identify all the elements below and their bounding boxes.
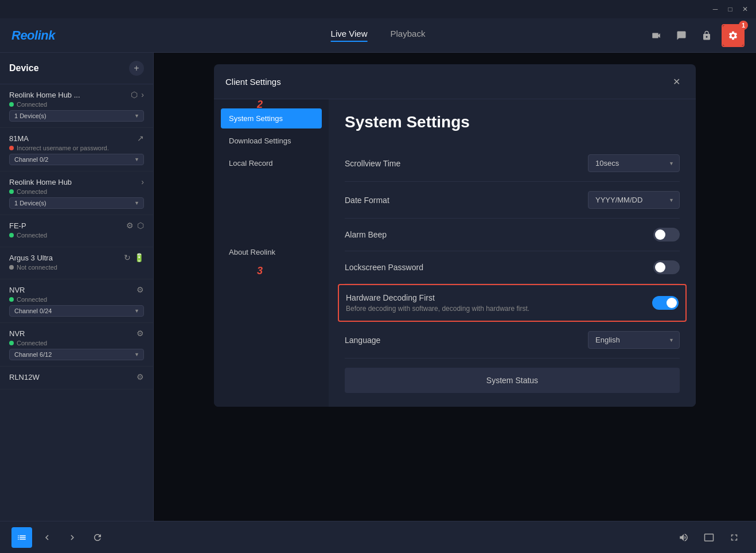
device-item-rln12w[interactable]: RLN12W ⚙ <box>0 367 153 390</box>
modal-nav: System Settings Download Settings Local … <box>214 99 329 407</box>
device-gear-icon[interactable]: ⚙ <box>137 329 144 338</box>
bottom-bar <box>0 521 756 553</box>
setting-label: Hardware Decoding First <box>346 293 529 302</box>
indicator-2: 2 <box>257 99 263 111</box>
status-text: Connected <box>17 296 47 303</box>
channel-select[interactable]: 1 Device(s) <box>9 110 144 122</box>
setting-row-date-format: Date Format YYYY/MM/DD MM/DD/YYYY DD/MM/… <box>345 182 680 219</box>
device-share-icon: ⬡ <box>131 90 138 99</box>
status-dot <box>9 102 14 107</box>
modal-content-inner: System Settings Scrollview Time 10secs 5… <box>329 99 696 407</box>
device-item-argus3ultra[interactable]: Argus 3 Ultra ↻ 🔋 Not connected <box>0 247 153 279</box>
device-name: NVR <box>9 329 25 338</box>
sidebar-title: Device <box>9 63 39 73</box>
device-arrow-icon: › <box>141 90 144 99</box>
device-item-reolink-home-hub-1[interactable]: Reolink Home Hub ... ⬡ › Connected 1 Dev… <box>0 84 153 128</box>
device-name: Reolink Home Hub <box>9 178 72 186</box>
fullscreen-button[interactable] <box>724 527 745 548</box>
display-button[interactable] <box>699 527 719 548</box>
device-arrow-icon: › <box>141 177 144 186</box>
header: Reolink Live View Playback 1 <box>0 18 756 53</box>
setting-label: Date Format <box>345 196 389 205</box>
scrollview-time-select[interactable]: 10secs 5secs 15secs 20secs <box>588 154 680 172</box>
status-text: Connected <box>17 101 47 108</box>
setting-label: Alarm Beep <box>345 230 387 239</box>
logo: Reolink <box>11 28 55 43</box>
language-select[interactable]: English Chinese French German Spanish <box>588 331 680 349</box>
setting-row-alarm-beep: Alarm Beep <box>345 219 680 251</box>
modal-body: System Settings Download Settings Local … <box>214 99 696 407</box>
indicator-3: 3 <box>257 265 263 277</box>
channel-select[interactable]: Channel 0/24 <box>9 305 144 317</box>
device-item-reolink-home-hub-2[interactable]: Reolink Home Hub › Connected 1 Device(s) <box>0 172 153 215</box>
device-item-nvr1[interactable]: NVR ⚙ Connected Channel 0/24 <box>0 279 153 323</box>
channel-select[interactable]: 1 Device(s) <box>9 197 144 209</box>
bottom-right-controls <box>673 527 745 548</box>
status-text: Incorrect username or password. <box>17 145 109 151</box>
content-area: 2 3 Client Settings ✕ System Settings Do… <box>154 53 756 521</box>
device-item-fep[interactable]: FE-P ⚙ ⬡ Connected <box>0 215 153 247</box>
channel-select[interactable]: Channel 6/12 <box>9 349 144 360</box>
prev-button[interactable] <box>37 527 57 548</box>
status-text: Not connected <box>17 264 57 271</box>
device-share-icon: ⬡ <box>137 221 144 230</box>
add-device-button[interactable]: + <box>129 61 144 76</box>
device-external-icon: ↗ <box>137 134 144 143</box>
settings-title: System Settings <box>345 113 680 131</box>
next-button[interactable] <box>62 527 83 548</box>
device-battery-icon: 🔋 <box>134 253 144 262</box>
status-dot <box>9 297 14 302</box>
alarm-beep-toggle[interactable] <box>653 228 680 242</box>
device-gear-icon[interactable]: ⚙ <box>137 372 144 381</box>
setting-sublabel: Before decoding with software, decoding … <box>346 305 529 313</box>
device-name: Argus 3 Ultra <box>9 254 53 262</box>
system-status-button[interactable]: System Status <box>345 368 680 393</box>
device-name: Reolink Home Hub ... <box>9 91 80 99</box>
bottom-left-controls <box>11 527 108 548</box>
setting-label: Lockscreen Password <box>345 263 423 272</box>
settings-badge: 1 <box>739 21 748 30</box>
device-gear-icon[interactable]: ⚙ <box>126 221 134 230</box>
tab-playback[interactable]: Playback <box>391 29 426 42</box>
status-dot <box>9 265 14 270</box>
setting-row-scrollview-time: Scrollview Time 10secs 5secs 15secs 20se… <box>345 145 680 182</box>
client-settings-modal: Client Settings ✕ System Settings Downlo… <box>214 64 696 407</box>
volume-button[interactable] <box>673 527 694 548</box>
tab-live-view[interactable]: Live View <box>331 29 368 42</box>
lock-button[interactable] <box>696 25 717 46</box>
minimize-button[interactable]: ─ <box>709 3 722 15</box>
sidebar: Device + Reolink Home Hub ... ⬡ › Connec… <box>0 53 154 521</box>
device-gear-icon[interactable]: ⚙ <box>137 285 144 294</box>
channel-select[interactable]: Channel 0/2 <box>9 154 144 165</box>
nav-item-about-reolink[interactable]: About Reolink <box>221 242 322 262</box>
modal-overlay: Client Settings ✕ System Settings Downlo… <box>154 53 756 521</box>
device-name: NVR <box>9 286 25 294</box>
modal-header: Client Settings ✕ <box>214 64 696 99</box>
close-button[interactable]: ✕ <box>739 3 751 15</box>
nav-item-download-settings[interactable]: Download Settings <box>221 131 322 151</box>
hardware-decoding-toggle[interactable] <box>652 296 679 310</box>
nav-item-system-settings[interactable]: System Settings <box>221 108 322 128</box>
list-view-button[interactable] <box>11 527 32 548</box>
main-layout: Device + Reolink Home Hub ... ⬡ › Connec… <box>0 53 756 521</box>
date-format-select[interactable]: YYYY/MM/DD MM/DD/YYYY DD/MM/YYYY <box>588 191 680 209</box>
maximize-button[interactable]: □ <box>724 3 736 15</box>
device-item-81ma[interactable]: 81MA ↗ Incorrect username or password. C… <box>0 128 153 172</box>
message-button[interactable] <box>671 25 692 46</box>
setting-label: Language <box>345 336 380 345</box>
modal-close-button[interactable]: ✕ <box>668 73 684 89</box>
setting-row-lockscreen-password: Lockscreen Password <box>345 251 680 284</box>
lockscreen-password-toggle[interactable] <box>653 260 680 274</box>
nav-item-local-record[interactable]: Local Record <box>221 153 322 173</box>
title-bar: ─ □ ✕ <box>0 0 756 18</box>
status-dot <box>9 146 14 150</box>
device-name: 81MA <box>9 134 29 143</box>
status-text: Connected <box>17 232 47 239</box>
video-call-button[interactable] <box>646 25 667 46</box>
setting-row-language: Language English Chinese French German S… <box>345 322 680 359</box>
status-text: Connected <box>17 340 47 346</box>
device-refresh-icon[interactable]: ↻ <box>124 253 131 262</box>
setting-label: Scrollview Time <box>345 159 400 168</box>
refresh-button[interactable] <box>87 527 108 548</box>
device-item-nvr2[interactable]: NVR ⚙ Connected Channel 6/12 <box>0 323 153 367</box>
